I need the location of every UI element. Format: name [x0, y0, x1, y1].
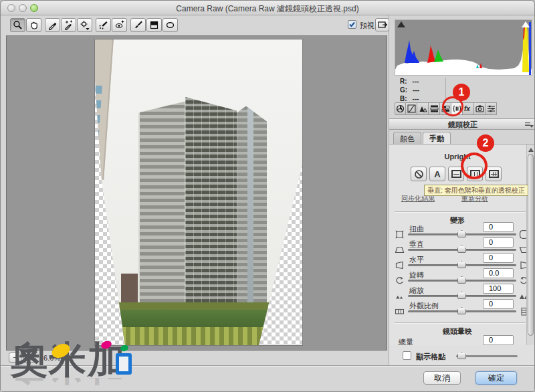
sharpen-triangles-icon	[419, 104, 427, 113]
toolbar: 預視	[1, 15, 387, 35]
graduated-filter-tool-button[interactable]	[146, 18, 162, 32]
keystone-bottom-icon	[395, 246, 405, 255]
rotate-value[interactable]: 0.0	[483, 268, 514, 278]
aperture-icon	[396, 104, 405, 113]
upright-full-button[interactable]	[486, 167, 502, 181]
camera-icon	[475, 104, 484, 113]
hand-tool-button[interactable]	[26, 18, 41, 32]
scale-small-icon	[395, 292, 405, 301]
aspect-slider[interactable]	[408, 310, 516, 312]
main-building	[130, 94, 268, 326]
left-building-sliver	[81, 37, 114, 180]
g-row: G:---	[400, 86, 419, 94]
scale-slider[interactable]	[408, 295, 516, 297]
tab-effects[interactable]: fx	[463, 102, 474, 115]
auto-letter-icon: A	[434, 169, 440, 179]
tab-basic[interactable]	[395, 102, 406, 115]
tab-tone-curve[interactable]	[406, 102, 417, 115]
adjustment-brush-tool-button[interactable]	[130, 18, 146, 32]
horizontal-slider[interactable]	[408, 264, 516, 266]
annotation-circle-2	[461, 153, 488, 179]
distortion-slider[interactable]	[408, 233, 516, 235]
tab-manual[interactable]: 手動	[423, 132, 451, 144]
shadow-clipping-warning-icon[interactable]	[397, 21, 405, 27]
targeted-adjustment-tool-button[interactable]	[77, 18, 92, 32]
aspect-wide-icon	[395, 307, 405, 316]
radial-filter-icon	[165, 20, 175, 30]
preview-canvas[interactable]	[6, 35, 387, 351]
zoom-level-dropdown[interactable]: 16.6%	[39, 354, 60, 362]
zoom-in-button[interactable]: +	[23, 353, 36, 363]
annotation-badge-2: 2	[477, 134, 494, 152]
rgb-readout: R:--- G:--- B:---	[400, 77, 419, 103]
spot-removal-tool-button[interactable]	[96, 18, 111, 32]
footer-bar: 取消 確定	[1, 365, 535, 392]
curve-icon	[407, 104, 416, 113]
tab-detail[interactable]	[417, 102, 429, 115]
hedge-middle	[108, 302, 274, 310]
rotate-slider[interactable]	[408, 280, 516, 282]
tab-hsl[interactable]	[429, 102, 440, 115]
hand-icon	[29, 20, 39, 30]
eyedropper-icon	[47, 20, 58, 30]
histogram-plot	[395, 20, 532, 75]
sliders-icon	[487, 104, 496, 113]
ok-button[interactable]: 確定	[475, 371, 517, 385]
highlight-clipping-warning-icon[interactable]	[522, 21, 530, 27]
radial-filter-tool-button[interactable]	[163, 18, 178, 32]
hedge-front	[112, 327, 286, 345]
section-divider	[395, 322, 526, 323]
fullscreen-toggle-button[interactable]	[375, 18, 389, 31]
tab-camera-calibration[interactable]	[474, 102, 486, 115]
titlebar: Camera Raw (Camera Raw 濾鏡鏡頭校正透視.psd)	[1, 1, 534, 15]
fx-icon: fx	[463, 104, 473, 113]
tab-color[interactable]: 顏色	[393, 132, 421, 144]
level-icon	[451, 170, 461, 178]
pincushion-icon	[395, 230, 405, 239]
panel-scrollbar[interactable]	[526, 144, 534, 357]
histogram	[395, 19, 532, 76]
window-title: Camera Raw (Camera Raw 濾鏡鏡頭校正透視.psd)	[1, 3, 534, 15]
skew-left-icon	[395, 261, 405, 270]
distortion-value[interactable]: 0	[483, 222, 514, 232]
heal-brush-icon	[98, 20, 108, 30]
panel-menu-icon[interactable]	[525, 122, 533, 128]
white-balance-tool-button[interactable]	[45, 18, 60, 32]
red-eye-tool-button[interactable]	[112, 18, 127, 32]
preview-checkbox[interactable]	[348, 20, 356, 29]
zoom-tool-button[interactable]	[10, 18, 25, 32]
vertical-value[interactable]: 0	[483, 237, 514, 248]
vertical-slider[interactable]	[408, 249, 516, 251]
section-divider	[395, 211, 526, 212]
show-grid-checkbox[interactable]	[403, 351, 411, 360]
upright-auto-button[interactable]: A	[429, 167, 445, 181]
brush-icon	[133, 20, 143, 30]
magnifier-icon	[13, 20, 23, 30]
horizontal-value[interactable]: 0	[483, 253, 514, 263]
grid-size-slider[interactable]	[456, 355, 518, 357]
upright-title: Upright	[391, 153, 524, 161]
show-grid-label: 顯示格點	[416, 352, 445, 362]
tab-presets[interactable]	[486, 102, 497, 115]
right-panel: R:--- G:--- B:--- fx 鏡頭校正 顏色 手動 Upri	[389, 15, 535, 365]
upright-tooltip: 垂直: 套用色階和垂直的透視校正	[424, 185, 528, 196]
lens-subtabs: 顏色 手動	[393, 132, 451, 144]
aspect-value[interactable]: 0	[483, 299, 514, 309]
full-grid-icon	[489, 170, 499, 178]
zoom-out-button[interactable]: −	[9, 353, 21, 363]
svg-text:fx: fx	[464, 105, 470, 112]
hsl-bars-icon	[430, 104, 439, 113]
manual-panel-content: Upright A 同步化結果 重新分析 垂直: 套用色階和垂直的透視校正 變形	[389, 144, 535, 358]
scale-value[interactable]: 100	[483, 284, 514, 294]
vignette-amount-value[interactable]: 0	[483, 335, 514, 345]
cancel-button[interactable]: 取消	[423, 371, 461, 385]
upright-off-button[interactable]	[411, 167, 427, 181]
r-row: R:---	[400, 77, 419, 86]
scroll-up-arrow[interactable]	[528, 146, 534, 152]
target-crosshair-icon	[80, 20, 90, 30]
preview-label: 預視	[360, 21, 374, 31]
image-document[interactable]	[94, 39, 303, 346]
color-sampler-tool-button[interactable]	[61, 18, 76, 32]
scroll-thumb[interactable]	[528, 154, 534, 336]
rotate-ccw-icon	[395, 276, 405, 286]
